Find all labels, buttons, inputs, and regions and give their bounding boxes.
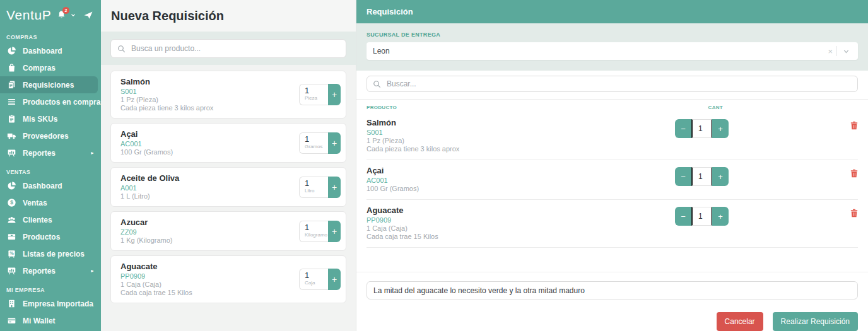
- sidebar-item-label: Productos: [23, 233, 60, 241]
- sidebar-item-ventas[interactable]: $ Ventas: [0, 194, 101, 211]
- quantity-value: 1: [305, 179, 327, 188]
- quantity-unit-label: Gramos: [305, 144, 327, 150]
- sidebar-logo-row: VentuP 2: [0, 0, 101, 26]
- add-product-button[interactable]: +: [328, 132, 341, 154]
- add-product-button[interactable]: +: [328, 84, 341, 105]
- branch-section: SUCURSAL DE ENTREGA Leon ×: [356, 23, 868, 71]
- catalog-search-box[interactable]: [110, 39, 346, 58]
- add-product-button[interactable]: +: [328, 269, 341, 290]
- sidebar-item-label: Dashboard: [23, 47, 62, 55]
- product-note: Cada pieza tiene 3 kilos aprox: [120, 104, 299, 112]
- quantity-unit-label: Litro: [305, 188, 327, 194]
- quantity-field[interactable]: 1 Kilogramo: [299, 221, 328, 242]
- decrement-button[interactable]: −: [675, 119, 691, 138]
- sidebar-item-label: Productos en compras: [23, 98, 101, 107]
- product-code: AC001: [120, 140, 299, 148]
- quantity-field[interactable]: 1 Gramos: [299, 132, 328, 154]
- chevron-down-icon[interactable]: [70, 12, 76, 18]
- sidebar-item-mi-wallet[interactable]: Mi Wallet: [0, 312, 101, 329]
- product-card-salmon: Salmón S001 1 Pz (Pieza) Cada pieza tien…: [110, 71, 346, 119]
- item-code: PP0909: [367, 216, 675, 224]
- report-icon: [6, 266, 16, 276]
- decrement-button[interactable]: −: [675, 207, 691, 226]
- wallet-icon: [6, 316, 16, 326]
- product-unit: 1 L (Litro): [120, 192, 299, 200]
- notifications-bell-icon[interactable]: 2: [57, 10, 67, 20]
- add-product-button[interactable]: +: [328, 177, 341, 198]
- column-header-producto: PRODUCTO: [367, 105, 675, 110]
- delete-item-icon[interactable]: [850, 169, 858, 180]
- requisition-row-aguacate: Aguacate PP0909 1 Caja (Caja) Cada caja …: [367, 200, 858, 248]
- add-product-button[interactable]: +: [328, 221, 341, 242]
- catalog-product-list: Salmón S001 1 Pz (Pieza) Cada pieza tien…: [101, 65, 356, 331]
- sidebar-item-productos[interactable]: Productos: [0, 228, 101, 245]
- delete-item-icon[interactable]: [850, 209, 858, 220]
- truck-icon: [6, 131, 16, 141]
- send-icon[interactable]: [83, 10, 93, 20]
- product-unit: 1 Caja (Caja): [120, 281, 299, 289]
- item-unit: 100 Gr (Gramos): [367, 185, 675, 193]
- sidebar-item-label: Listas de precios: [23, 250, 85, 258]
- item-unit: 1 Caja (Caja): [367, 224, 675, 233]
- item-quantity-input[interactable]: [691, 167, 712, 186]
- item-name: Açai: [367, 166, 675, 175]
- product-name: Açai: [120, 129, 299, 139]
- product-card-aceite: Aceite de Oliva A001 1 L (Litro) 1 Litro…: [110, 167, 346, 207]
- decrement-button[interactable]: −: [675, 167, 691, 186]
- sidebar-item-label: Empresa Importada: [23, 299, 93, 308]
- requisition-search-box[interactable]: [367, 76, 858, 92]
- sidebar-item-requisiciones[interactable]: Requisiciones: [0, 76, 98, 93]
- product-card-acai: Açai AC001 100 Gr (Gramos) 1 Gramos +: [110, 123, 346, 163]
- branch-label: SUCURSAL DE ENTREGA: [367, 32, 858, 38]
- requisition-search-input[interactable]: [387, 79, 852, 88]
- requisition-row-acai: Açai AC001 100 Gr (Gramos) − +: [367, 160, 858, 200]
- sidebar-item-reportes-compras[interactable]: Reportes ►: [0, 144, 101, 161]
- submit-requisition-button[interactable]: Realizar Requisición: [773, 312, 858, 331]
- sidebar-item-dashboard-ventas[interactable]: Dashboard: [0, 177, 101, 194]
- requisition-comment-input[interactable]: [367, 281, 858, 299]
- item-code: S001: [367, 129, 675, 137]
- item-quantity-input[interactable]: [691, 119, 712, 138]
- sidebar-item-label: Proveedores: [23, 132, 69, 141]
- catalog-search-input[interactable]: [131, 44, 339, 53]
- sidebar-item-reportes-ventas[interactable]: Reportes ►: [0, 262, 101, 279]
- chevron-down-icon[interactable]: [837, 47, 852, 55]
- requisition-header: Requisición: [356, 0, 868, 23]
- sidebar: VentuP 2 COMPRAS Dashboard Compras: [0, 0, 101, 331]
- item-quantity-input[interactable]: [691, 207, 712, 226]
- cancel-button[interactable]: Cancelar: [717, 312, 763, 331]
- sidebar-item-dashboard-compras[interactable]: Dashboard: [0, 42, 101, 59]
- clear-selection-icon[interactable]: ×: [824, 47, 836, 56]
- sidebar-item-compras[interactable]: Compras: [0, 59, 101, 76]
- section-label-mi-empresa: MI EMPRESA: [6, 287, 95, 293]
- delete-item-icon[interactable]: [850, 121, 858, 132]
- requisition-title: Requisición: [367, 7, 413, 16]
- shopping-bag-icon: [6, 63, 16, 73]
- quantity-value: 1: [305, 223, 327, 232]
- quantity-field[interactable]: 1 Pieza: [299, 84, 328, 105]
- sidebar-item-listas-de-precios[interactable]: % Listas de precios: [0, 245, 101, 262]
- requisition-actions: Cancelar Realizar Requisición: [367, 312, 858, 331]
- sidebar-item-label: Requisiciones: [23, 81, 74, 90]
- increment-button[interactable]: +: [712, 207, 729, 226]
- list-icon: [6, 97, 16, 107]
- people-icon: [6, 215, 16, 225]
- sidebar-item-label: Compras: [23, 64, 56, 73]
- page-title: Nueva Requisición: [111, 9, 224, 23]
- item-name: Aguacate: [367, 206, 675, 215]
- sidebar-item-productos-en-compras[interactable]: Productos en compras: [0, 93, 101, 110]
- quantity-field[interactable]: 1 Litro: [299, 177, 328, 198]
- sidebar-item-label: Ventas: [23, 199, 47, 207]
- quantity-field[interactable]: 1 Caja: [299, 269, 328, 290]
- increment-button[interactable]: +: [712, 167, 729, 186]
- product-unit: 1 Kg (Kilogramo): [120, 236, 299, 245]
- report-icon: [6, 148, 16, 158]
- sidebar-item-mis-skus[interactable]: Mis SKUs: [0, 110, 101, 127]
- branch-select[interactable]: Leon ×: [367, 42, 858, 60]
- increment-button[interactable]: +: [712, 119, 729, 138]
- sidebar-item-proveedores[interactable]: Proveedores: [0, 127, 101, 144]
- sidebar-item-empresa-importada[interactable]: Empresa Importada: [0, 295, 101, 312]
- sidebar-item-label: Reportes: [23, 267, 56, 276]
- sidebar-item-clientes[interactable]: Clientes: [0, 211, 101, 228]
- product-code: S001: [120, 88, 299, 96]
